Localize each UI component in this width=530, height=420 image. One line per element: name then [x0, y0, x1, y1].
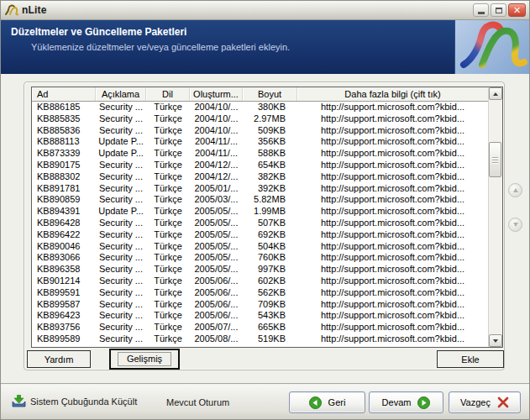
column-header-dil[interactable]: Dil [146, 87, 190, 101]
table-row[interactable]: KB885836 Security ... Türkçe 2004/10/...… [32, 125, 488, 137]
cell-description: Security ... [96, 160, 146, 171]
cell-description: Security ... [96, 264, 146, 276]
cell-date: 2005/08/... [190, 333, 243, 345]
cell-info-url: http://support.microsoft.com?kbid... [297, 113, 488, 125]
cell-kb-name: KB885836 [32, 125, 96, 137]
cell-kb-name: KB890859 [32, 194, 96, 206]
scroll-up-icon[interactable] [489, 87, 502, 100]
cell-description: Security ... [96, 287, 146, 299]
cell-description: Update P... [96, 206, 146, 218]
cancel-button[interactable]: Vazgeç [449, 391, 521, 413]
cell-description: Security ... [96, 299, 146, 311]
cell-size: 528KB [243, 345, 297, 347]
table-row[interactable]: KB905414 Security ... Türkçe 2005/08/...… [32, 345, 488, 347]
column-header-bilgi[interactable]: Daha fazla bilgi (çift tık) [297, 87, 488, 101]
cell-kb-name: KB890046 [32, 241, 96, 253]
nlite-window: nLite ✕ Düzeltmeler ve Güncelleme Paketl… [0, 0, 530, 420]
table-row[interactable]: KB888302 Security ... Türkçe 2004/12/...… [32, 171, 488, 183]
cell-date: 2004/11/... [190, 136, 243, 148]
move-up-icon[interactable] [508, 183, 522, 197]
cell-language: Türkçe [146, 276, 190, 287]
table-row[interactable]: KB899589 Security ... Türkçe 2005/08/...… [32, 333, 488, 345]
table-row[interactable]: KB899591 Security ... Türkçe 2005/06/...… [32, 287, 488, 299]
cell-language: Türkçe [146, 194, 190, 206]
cell-size: 1.99MB [243, 206, 297, 218]
cell-description: Security ... [96, 310, 146, 322]
next-label: Devam [382, 397, 412, 407]
cell-info-url: http://support.microsoft.com?kbid... [297, 252, 488, 264]
cell-info-url: http://support.microsoft.com?kbid... [297, 345, 488, 347]
table-row[interactable]: KB899587 Security ... Türkçe 2005/06/...… [32, 299, 488, 311]
cell-date: 2005/06/... [190, 310, 243, 322]
cell-info-url: http://support.microsoft.com?kbid... [297, 287, 488, 299]
minimize-icon[interactable] [473, 3, 489, 17]
cell-description: Security ... [96, 194, 146, 206]
close-icon[interactable]: ✕ [508, 3, 526, 17]
cell-info-url: http://support.microsoft.com?kbid... [297, 241, 488, 253]
cell-description: Security ... [96, 102, 146, 113]
table-row[interactable]: KB891781 Security ... Türkçe 2005/01/...… [32, 183, 488, 195]
cell-info-url: http://support.microsoft.com?kbid... [297, 194, 488, 206]
table-row[interactable]: KB894391 Update P... Türkçe 2005/05/... … [32, 206, 488, 218]
table-row[interactable]: KB896428 Security ... Türkçe 2005/05/...… [32, 218, 488, 229]
vertical-scrollbar[interactable] [488, 87, 502, 347]
cell-info-url: http://support.microsoft.com?kbid... [297, 218, 488, 229]
scroll-down-icon[interactable] [489, 334, 502, 347]
cell-size: 507KB [243, 218, 297, 229]
nlite-app-icon [5, 4, 18, 16]
column-header-ad[interactable]: Ad [32, 87, 96, 101]
cell-size: 509KB [243, 125, 297, 137]
cell-date: 2005/08/... [190, 345, 243, 347]
hotfix-listview[interactable]: Ad Açıklama Dil Oluşturm... Boyut Daha f… [31, 87, 503, 348]
titlebar[interactable]: nLite ✕ [1, 1, 529, 20]
table-row[interactable]: KB886185 Security ... Türkçe 2004/10/...… [32, 102, 488, 113]
cell-description: Security ... [96, 241, 146, 253]
hotfix-groupbox: Ad Açıklama Dil Oluşturm... Boyut Daha f… [24, 81, 505, 370]
cell-size: 5.82MB [243, 194, 297, 206]
nlite-logo [454, 20, 529, 74]
table-row[interactable]: KB890046 Security ... Türkçe 2005/05/...… [32, 241, 488, 253]
cell-info-url: http://support.microsoft.com?kbid... [297, 310, 488, 322]
minimize-to-tray[interactable]: Sistem Çubuğunda Küçült [12, 394, 137, 408]
column-header-boyut[interactable]: Boyut [243, 87, 297, 101]
cell-date: 2005/05/... [190, 252, 243, 264]
help-button[interactable]: Yardım [27, 350, 91, 368]
table-row[interactable]: KB896422 Security ... Türkçe 2005/05/...… [32, 229, 488, 241]
cell-kb-name: KB901214 [32, 276, 96, 287]
cell-language: Türkçe [146, 136, 190, 148]
cell-date: 2005/05/... [190, 229, 243, 241]
cell-date: 2005/05/... [190, 206, 243, 218]
cell-kb-name: KB896358 [32, 264, 96, 276]
cell-date: 2004/11/... [190, 148, 243, 160]
cell-date: 2005/06/... [190, 276, 243, 287]
table-row[interactable]: KB893066 Security ... Türkçe 2005/05/...… [32, 252, 488, 264]
cell-kb-name: KB888113 [32, 136, 96, 148]
table-row[interactable]: KB893756 Security ... Türkçe 2005/07/...… [32, 322, 488, 333]
back-button[interactable]: Geri [289, 391, 365, 413]
advanced-button[interactable]: Gelişmiş [109, 349, 180, 370]
next-button[interactable]: Devam [369, 391, 443, 413]
cell-date: 2004/12/... [190, 171, 243, 183]
table-row[interactable]: KB885835 Security ... Türkçe 2004/10/...… [32, 113, 488, 125]
cancel-label: Vazgeç [460, 397, 491, 407]
table-row[interactable]: KB901214 Security ... Türkçe 2005/06/...… [32, 276, 488, 287]
table-row[interactable]: KB888113 Update P... Türkçe 2004/11/... … [32, 136, 488, 148]
cell-kb-name: KB896423 [32, 310, 96, 322]
listview-header: Ad Açıklama Dil Oluşturm... Boyut Daha f… [32, 87, 488, 102]
column-header-olusturma[interactable]: Oluşturm... [190, 87, 243, 101]
scrollbar-thumb[interactable] [489, 142, 501, 177]
cell-description: Security ... [96, 113, 146, 125]
add-button[interactable]: Ekle [437, 350, 504, 368]
maximize-icon[interactable] [491, 3, 506, 17]
column-header-aciklama[interactable]: Açıklama [96, 87, 146, 101]
cell-date: 2005/06/... [190, 287, 243, 299]
cell-size: 692KB [243, 229, 297, 241]
move-down-icon[interactable] [508, 218, 522, 232]
table-row[interactable]: KB896358 Security ... Türkçe 2005/05/...… [32, 264, 488, 276]
table-row[interactable]: KB890859 Security ... Türkçe 2005/03/...… [32, 194, 488, 206]
table-row[interactable]: KB896423 Security ... Türkçe 2005/06/...… [32, 310, 488, 322]
table-row[interactable]: KB890175 Security ... Türkçe 2004/12/...… [32, 160, 488, 171]
table-row[interactable]: KB873339 Update P... Türkçe 2004/11/... … [32, 148, 488, 160]
back-label: Geri [328, 397, 346, 407]
cell-size: 519KB [243, 333, 297, 345]
